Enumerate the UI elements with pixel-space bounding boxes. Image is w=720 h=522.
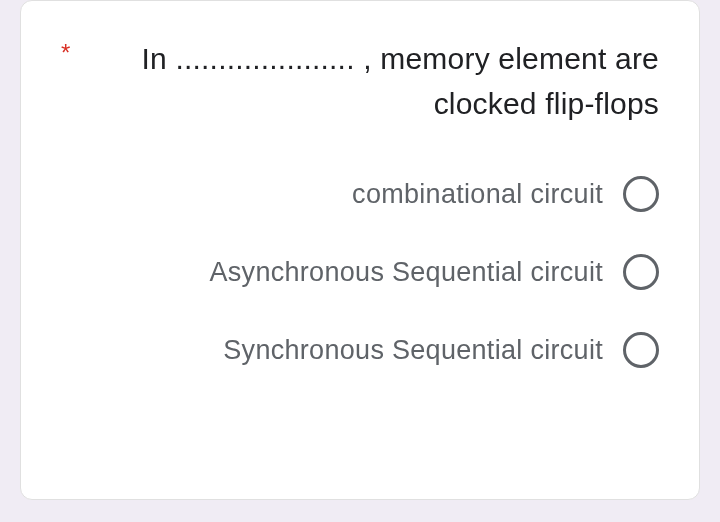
question-text: In ..................... , memory elemen… bbox=[82, 36, 659, 126]
radio-icon[interactable] bbox=[623, 254, 659, 290]
option-label: combinational circuit bbox=[352, 179, 603, 210]
radio-icon[interactable] bbox=[623, 176, 659, 212]
option-label: Asynchronous Sequential circuit bbox=[209, 257, 603, 288]
radio-icon[interactable] bbox=[623, 332, 659, 368]
question-row: * In ..................... , memory elem… bbox=[61, 36, 659, 126]
required-marker: * bbox=[61, 36, 70, 70]
option-asynchronous[interactable]: Asynchronous Sequential circuit bbox=[61, 254, 659, 290]
options-group: combinational circuit Asynchronous Seque… bbox=[61, 176, 659, 368]
option-combinational[interactable]: combinational circuit bbox=[61, 176, 659, 212]
question-card: * In ..................... , memory elem… bbox=[20, 0, 700, 500]
option-synchronous[interactable]: Synchronous Sequential circuit bbox=[61, 332, 659, 368]
option-label: Synchronous Sequential circuit bbox=[223, 335, 603, 366]
